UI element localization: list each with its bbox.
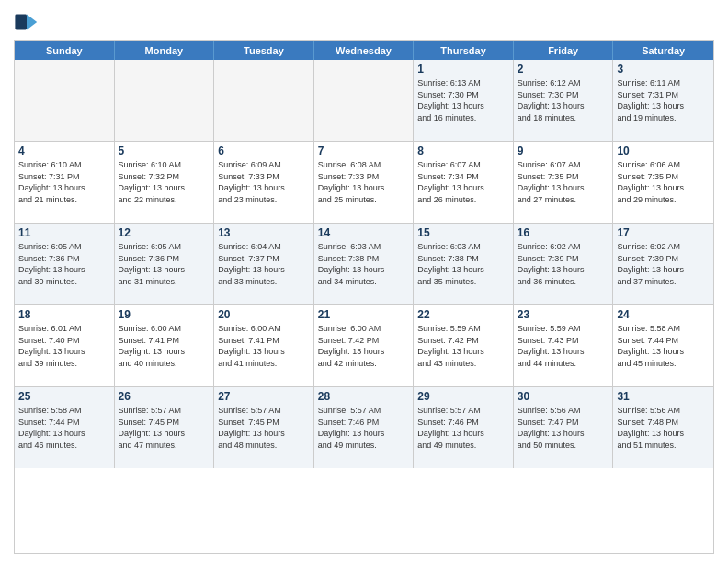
day-info: Sunrise: 6:13 AM Sunset: 7:30 PM Dayligh… — [417, 77, 509, 123]
logo-icon — [14, 9, 40, 35]
day-info: Sunrise: 6:00 AM Sunset: 7:41 PM Dayligh… — [119, 323, 210, 369]
calendar-header-cell: Thursday — [414, 41, 514, 60]
day-info: Sunrise: 6:12 AM Sunset: 7:30 PM Dayligh… — [518, 77, 609, 123]
day-info: Sunrise: 6:05 AM Sunset: 7:36 PM Dayligh… — [18, 241, 110, 287]
calendar-cell: 6Sunrise: 6:09 AM Sunset: 7:33 PM Daylig… — [214, 142, 314, 223]
day-info: Sunrise: 5:59 AM Sunset: 7:42 PM Dayligh… — [417, 323, 509, 369]
day-number: 12 — [119, 226, 210, 239]
day-number: 18 — [18, 308, 110, 321]
calendar-header-cell: Wednesday — [314, 41, 415, 60]
day-info: Sunrise: 5:59 AM Sunset: 7:43 PM Dayligh… — [518, 323, 609, 369]
day-info: Sunrise: 6:03 AM Sunset: 7:38 PM Dayligh… — [318, 241, 410, 287]
day-number: 2 — [518, 63, 609, 75]
day-number: 8 — [417, 144, 509, 157]
calendar-cell: 29Sunrise: 5:57 AM Sunset: 7:46 PM Dayli… — [414, 387, 514, 468]
day-info: Sunrise: 6:03 AM Sunset: 7:38 PM Dayligh… — [417, 241, 509, 287]
calendar-cell: 17Sunrise: 6:02 AM Sunset: 7:39 PM Dayli… — [613, 224, 713, 304]
calendar-cell: 16Sunrise: 6:02 AM Sunset: 7:39 PM Dayli… — [514, 224, 614, 304]
day-number: 3 — [617, 63, 710, 75]
calendar-cell: 11Sunrise: 6:05 AM Sunset: 7:36 PM Dayli… — [15, 224, 115, 304]
svg-rect-0 — [15, 15, 27, 30]
day-info: Sunrise: 6:04 AM Sunset: 7:37 PM Dayligh… — [218, 241, 310, 287]
calendar-cell: 20Sunrise: 6:00 AM Sunset: 7:41 PM Dayli… — [214, 305, 314, 386]
calendar-header-cell: Monday — [115, 41, 215, 60]
day-number: 30 — [518, 390, 609, 403]
calendar-cell: 2Sunrise: 6:12 AM Sunset: 7:30 PM Daylig… — [514, 60, 614, 141]
calendar-cell: 3Sunrise: 6:11 AM Sunset: 7:31 PM Daylig… — [613, 60, 713, 141]
calendar-cell: 31Sunrise: 5:56 AM Sunset: 7:48 PM Dayli… — [613, 387, 713, 468]
day-number: 1 — [417, 63, 509, 75]
day-info: Sunrise: 6:11 AM Sunset: 7:31 PM Dayligh… — [617, 77, 710, 123]
calendar-cell: 19Sunrise: 6:00 AM Sunset: 7:41 PM Dayli… — [115, 305, 215, 386]
day-number: 7 — [318, 144, 410, 157]
day-number: 9 — [518, 144, 609, 157]
calendar-header-cell: Saturday — [613, 41, 713, 60]
day-info: Sunrise: 6:10 AM Sunset: 7:32 PM Dayligh… — [119, 159, 210, 205]
calendar-cell: 12Sunrise: 6:05 AM Sunset: 7:36 PM Dayli… — [115, 224, 215, 304]
calendar: SundayMondayTuesdayWednesdayThursdayFrid… — [14, 40, 714, 554]
calendar-cell: 18Sunrise: 6:01 AM Sunset: 7:40 PM Dayli… — [15, 305, 115, 386]
day-info: Sunrise: 5:57 AM Sunset: 7:46 PM Dayligh… — [417, 405, 509, 451]
calendar-week-row: 1Sunrise: 6:13 AM Sunset: 7:30 PM Daylig… — [15, 60, 713, 142]
page: SundayMondayTuesdayWednesdayThursdayFrid… — [0, 0, 728, 563]
day-info: Sunrise: 6:09 AM Sunset: 7:33 PM Dayligh… — [218, 159, 310, 205]
day-number: 5 — [119, 144, 210, 157]
calendar-header: SundayMondayTuesdayWednesdayThursdayFrid… — [15, 41, 713, 60]
calendar-header-cell: Sunday — [15, 41, 115, 60]
day-info: Sunrise: 6:00 AM Sunset: 7:42 PM Dayligh… — [318, 323, 410, 369]
day-number: 27 — [218, 390, 310, 403]
day-info: Sunrise: 5:56 AM Sunset: 7:48 PM Dayligh… — [617, 405, 710, 451]
calendar-cell: 23Sunrise: 5:59 AM Sunset: 7:43 PM Dayli… — [514, 305, 614, 386]
day-info: Sunrise: 6:07 AM Sunset: 7:35 PM Dayligh… — [518, 159, 609, 205]
day-info: Sunrise: 5:58 AM Sunset: 7:44 PM Dayligh… — [617, 323, 710, 369]
day-number: 15 — [417, 226, 509, 239]
day-number: 22 — [417, 308, 509, 321]
day-number: 19 — [119, 308, 210, 321]
calendar-cell — [314, 60, 415, 141]
day-info: Sunrise: 5:58 AM Sunset: 7:44 PM Dayligh… — [18, 405, 110, 451]
day-info: Sunrise: 6:10 AM Sunset: 7:31 PM Dayligh… — [18, 159, 110, 205]
day-number: 17 — [617, 226, 710, 239]
logo — [14, 9, 43, 35]
day-info: Sunrise: 6:01 AM Sunset: 7:40 PM Dayligh… — [18, 323, 110, 369]
day-number: 14 — [318, 226, 410, 239]
calendar-cell — [115, 60, 215, 141]
day-info: Sunrise: 6:06 AM Sunset: 7:35 PM Dayligh… — [617, 159, 710, 205]
calendar-cell: 28Sunrise: 5:57 AM Sunset: 7:46 PM Dayli… — [314, 387, 415, 468]
day-info: Sunrise: 5:57 AM Sunset: 7:46 PM Dayligh… — [318, 405, 410, 451]
calendar-week-row: 18Sunrise: 6:01 AM Sunset: 7:40 PM Dayli… — [15, 305, 713, 387]
day-number: 28 — [318, 390, 410, 403]
calendar-cell: 5Sunrise: 6:10 AM Sunset: 7:32 PM Daylig… — [115, 142, 215, 223]
day-info: Sunrise: 6:07 AM Sunset: 7:34 PM Dayligh… — [417, 159, 509, 205]
day-info: Sunrise: 6:02 AM Sunset: 7:39 PM Dayligh… — [617, 241, 710, 287]
calendar-cell: 9Sunrise: 6:07 AM Sunset: 7:35 PM Daylig… — [514, 142, 614, 223]
calendar-week-row: 4Sunrise: 6:10 AM Sunset: 7:31 PM Daylig… — [15, 142, 713, 224]
day-info: Sunrise: 5:57 AM Sunset: 7:45 PM Dayligh… — [119, 405, 210, 451]
calendar-cell: 10Sunrise: 6:06 AM Sunset: 7:35 PM Dayli… — [613, 142, 713, 223]
day-number: 11 — [18, 226, 110, 239]
day-info: Sunrise: 6:02 AM Sunset: 7:39 PM Dayligh… — [518, 241, 609, 287]
calendar-cell: 30Sunrise: 5:56 AM Sunset: 7:47 PM Dayli… — [514, 387, 614, 468]
calendar-cell: 22Sunrise: 5:59 AM Sunset: 7:42 PM Dayli… — [414, 305, 514, 386]
calendar-cell: 13Sunrise: 6:04 AM Sunset: 7:37 PM Dayli… — [214, 224, 314, 304]
calendar-cell: 27Sunrise: 5:57 AM Sunset: 7:45 PM Dayli… — [214, 387, 314, 468]
calendar-cell: 21Sunrise: 6:00 AM Sunset: 7:42 PM Dayli… — [314, 305, 415, 386]
day-number: 24 — [617, 308, 710, 321]
calendar-header-cell: Friday — [514, 41, 614, 60]
calendar-cell — [214, 60, 314, 141]
svg-marker-1 — [27, 15, 37, 30]
day-info: Sunrise: 6:05 AM Sunset: 7:36 PM Dayligh… — [119, 241, 210, 287]
day-number: 4 — [18, 144, 110, 157]
calendar-cell: 24Sunrise: 5:58 AM Sunset: 7:44 PM Dayli… — [613, 305, 713, 386]
day-number: 13 — [218, 226, 310, 239]
calendar-cell: 26Sunrise: 5:57 AM Sunset: 7:45 PM Dayli… — [115, 387, 215, 468]
day-number: 25 — [18, 390, 110, 403]
day-info: Sunrise: 5:56 AM Sunset: 7:47 PM Dayligh… — [518, 405, 609, 451]
day-number: 29 — [417, 390, 509, 403]
calendar-week-row: 11Sunrise: 6:05 AM Sunset: 7:36 PM Dayli… — [15, 224, 713, 305]
header — [14, 9, 714, 35]
day-number: 21 — [318, 308, 410, 321]
calendar-cell: 7Sunrise: 6:08 AM Sunset: 7:33 PM Daylig… — [314, 142, 415, 223]
calendar-cell: 14Sunrise: 6:03 AM Sunset: 7:38 PM Dayli… — [314, 224, 415, 304]
calendar-cell: 1Sunrise: 6:13 AM Sunset: 7:30 PM Daylig… — [414, 60, 514, 141]
